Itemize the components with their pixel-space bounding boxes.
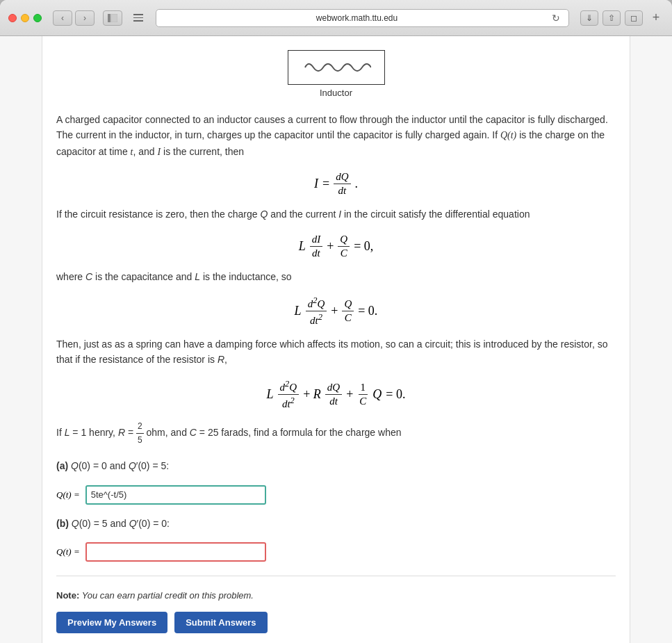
buttons-row: Preview My Answers Submit Answers	[56, 612, 616, 633]
fraction-d2qdt2-rlc: d2Q dt2	[278, 379, 300, 410]
fraction-d2qdt2: d2Q dt2	[306, 295, 327, 327]
part-a-input[interactable]	[85, 485, 266, 505]
part-b-input-row: Q(t) =	[56, 542, 616, 562]
browser-window: ‹ › webwork.math.ttu.edu ↻ ⇓ ⇧ ◻ +	[0, 0, 672, 643]
note-label: Note:	[56, 590, 79, 601]
url-bar[interactable]: webwork.math.ttu.edu ↻	[156, 9, 569, 27]
sidebar-button[interactable]	[103, 10, 122, 26]
new-tab-button[interactable]: +	[648, 10, 664, 26]
forward-button[interactable]: ›	[75, 10, 95, 26]
fraction-dqdt-rlc: dQ dt	[325, 382, 342, 407]
menu-button[interactable]	[131, 10, 146, 26]
back-button[interactable]: ‹	[53, 10, 72, 26]
fraction-dqdt: dQ dt	[334, 171, 350, 197]
fraction-didt: dI dt	[310, 234, 323, 259]
fraction-qc: Q C	[338, 234, 350, 259]
refresh-icon[interactable]: ↻	[552, 13, 563, 24]
problem-damping: Then, just as as a spring can have a dam…	[56, 336, 616, 368]
inductor-box	[288, 50, 385, 85]
part-a-label: (a) Q(0) = 0 and Q′(0) = 5:	[56, 458, 616, 473]
duplicate-button[interactable]: ◻	[625, 10, 643, 26]
preview-answers-button[interactable]: Preview My Answers	[56, 612, 167, 633]
eq-ldi-qc: L dI dt + Q C = 0,	[56, 234, 616, 259]
browser-content: Inductor A charged capacitor connected t…	[42, 36, 630, 643]
coil-svg	[302, 57, 371, 78]
problem-where-c: where C is the capacitance and L is the …	[56, 269, 616, 284]
maximize-button[interactable]	[33, 14, 42, 22]
fraction-qc2: Q C	[342, 298, 354, 324]
browser-actions: ⇓ ⇧ ◻	[580, 10, 643, 26]
url-text: webwork.math.ttu.edu	[162, 13, 552, 23]
fraction-1c: 1 C	[357, 382, 368, 407]
browser-titlebar: ‹ › webwork.math.ttu.edu ↻ ⇓ ⇧ ◻ +	[0, 0, 672, 36]
note-text: You can earn partial credit on this prob…	[82, 590, 254, 601]
eq-i-dqdt: I = dQ dt .	[56, 171, 616, 197]
problem-intro: A charged capacitor connected to an indu…	[56, 112, 616, 160]
inductor-label: Inductor	[320, 88, 352, 98]
svg-rect-1	[111, 14, 117, 22]
divider	[56, 576, 616, 576]
inductor-diagram: Inductor	[56, 50, 616, 98]
part-a-input-row: Q(t) =	[56, 485, 616, 505]
problem-circuit-zero: If the circuit resistance is zero, then …	[56, 206, 616, 222]
part-b-label: (b) Q(0) = 5 and Q′(0) = 0:	[56, 516, 616, 531]
part-b-input[interactable]	[85, 542, 266, 562]
eq-ld2q-qc: L d2Q dt2 + Q C = 0.	[56, 295, 616, 327]
minimize-button[interactable]	[21, 14, 29, 22]
problem-params: If L = 1 henry, R = 25 ohm, and C = 25 f…	[56, 420, 616, 447]
share-button[interactable]: ⇧	[603, 10, 621, 26]
traffic-lights	[8, 14, 42, 22]
submit-answers-button[interactable]: Submit Answers	[174, 612, 267, 633]
close-button[interactable]	[8, 14, 17, 22]
download-button[interactable]: ⇓	[580, 10, 598, 26]
eq-full-rlc: L d2Q dt2 + R dQ dt + 1 C Q = 0.	[56, 379, 616, 410]
svg-rect-0	[108, 14, 110, 22]
nav-buttons: ‹ ›	[53, 10, 95, 26]
part-a-var: Q(t) =	[56, 489, 80, 500]
note: Note: You can earn partial credit on thi…	[56, 590, 616, 601]
part-b-var: Q(t) =	[56, 546, 80, 557]
